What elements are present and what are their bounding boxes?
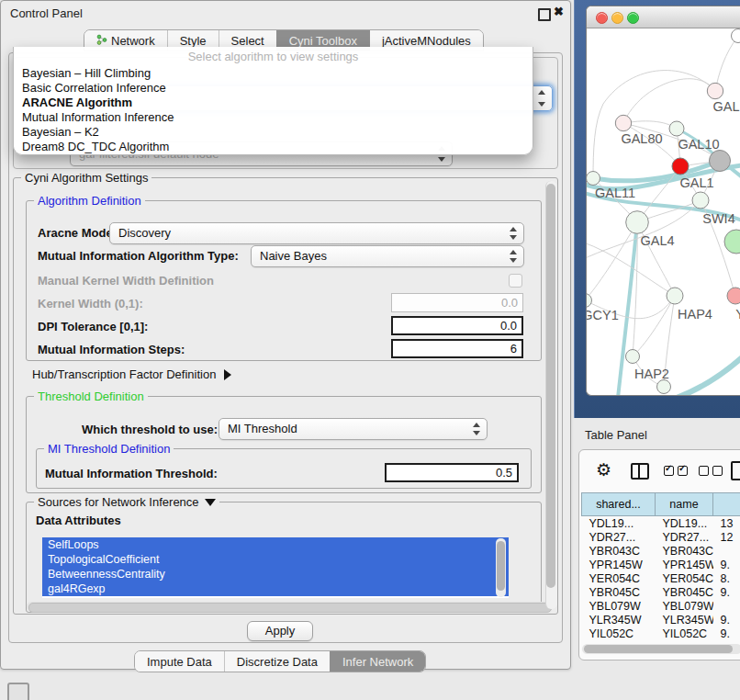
network-window-titlebar[interactable] <box>587 6 740 28</box>
network-node[interactable] <box>615 115 631 130</box>
node-label: GAL11 <box>595 186 635 200</box>
settings-scrollbar-thumb[interactable] <box>546 184 555 588</box>
network-edge[interactable] <box>623 79 715 123</box>
unchecked-pair-icon[interactable] <box>699 466 723 476</box>
table-cell: YIL052C <box>582 627 656 640</box>
network-edge[interactable] <box>677 350 740 395</box>
attribute-list-item[interactable]: TopologicalCoefficient <box>42 552 509 567</box>
table-cell: YBR043C <box>582 544 656 558</box>
network-node[interactable] <box>626 350 640 364</box>
algorithm-option[interactable]: Bayesian – K2 <box>14 125 533 140</box>
combo-arrows-icon <box>537 86 546 110</box>
table-toolbar: ⚙ <box>579 450 740 491</box>
network-edge[interactable] <box>715 36 738 91</box>
hub-definition-label: Hub/Transcription Factor Definition <box>32 367 216 381</box>
attribute-list-item[interactable]: BetweennessCentrality <box>42 567 509 581</box>
column-header[interactable]: name <box>656 493 713 516</box>
table-cell: YDR27... <box>582 530 656 544</box>
combo-arrows-icon <box>509 223 518 243</box>
table-row[interactable]: YDR27...YDR27...12 <box>582 530 740 544</box>
table-cell: YER054C <box>582 571 656 585</box>
table-cell: YDR27... <box>656 530 713 544</box>
table-cell <box>713 544 740 558</box>
network-edge[interactable] <box>593 71 715 178</box>
attributes-scrollbar-thumb[interactable] <box>497 541 505 591</box>
kernel-width-field[interactable]: 0.0 <box>391 293 523 312</box>
attribute-list-item[interactable]: SelfLoops <box>42 537 509 552</box>
hub-definition-expander[interactable]: Hub/Transcription Factor Definition <box>32 367 231 381</box>
table-cell: YBR043C <box>656 544 713 558</box>
algorithm-definition-title: Algorithm Definition <box>34 194 145 208</box>
table-cell: 12 <box>713 530 740 544</box>
table-panel: ⚙ shared... name YDL19...YDL19...13YDR27… <box>578 449 740 660</box>
zoom-traffic-light-icon[interactable] <box>627 12 639 24</box>
column-header[interactable]: shared... <box>582 493 656 516</box>
network-node[interactable] <box>587 172 600 186</box>
table-cell: 9. <box>713 558 740 571</box>
table-row[interactable]: YBR043CYBR043C <box>582 544 740 558</box>
sources-title[interactable]: Sources for Network Inference <box>34 495 219 509</box>
bottom-tab-discretize-data[interactable]: Discretize Data <box>224 651 330 672</box>
mi-algorithm-type-combo[interactable]: Naive Bayes <box>251 245 524 267</box>
table-row[interactable]: YBL079WYBL079W <box>582 599 740 613</box>
close-traffic-light-icon[interactable] <box>596 12 608 24</box>
network-node[interactable] <box>710 151 731 172</box>
kernel-width-label: Kernel Width (0,1): <box>38 297 143 310</box>
node-label: GCY1 <box>587 308 619 322</box>
close-icon[interactable]: ✖ <box>554 5 564 18</box>
horizontal-scrollbar-thumb[interactable] <box>28 603 552 613</box>
panel-corner-button[interactable] <box>7 683 29 700</box>
table-row[interactable]: YIL052CYIL052C9. <box>582 627 740 640</box>
network-node[interactable] <box>669 121 684 136</box>
mi-steps-field[interactable]: 6 <box>391 339 523 358</box>
aracne-mode-label: Aracne Mode: <box>38 226 117 240</box>
network-node[interactable] <box>724 230 740 254</box>
network-node[interactable] <box>667 288 683 304</box>
network-node[interactable] <box>587 294 592 308</box>
gear-icon[interactable]: ⚙ <box>596 461 611 479</box>
float-window-icon[interactable] <box>538 8 551 21</box>
network-canvas[interactable]: GALGAL80GAL10GAL1SWI4GAL11GAL4GCY1HAP4YH… <box>587 28 740 395</box>
network-node[interactable] <box>692 192 709 209</box>
algorithm-option[interactable]: Bayesian – Hill Climbing <box>14 66 533 81</box>
network-window: GALGAL80GAL10GAL1SWI4GAL11GAL4GCY1HAP4YH… <box>586 6 740 396</box>
minimize-traffic-light-icon[interactable] <box>611 12 623 24</box>
attribute-list-item[interactable]: gal4RGexp <box>42 581 509 596</box>
manual-kernel-checkbox[interactable] <box>509 274 522 288</box>
algorithm-option[interactable]: Dream8 DC_TDC Algorithm <box>14 140 533 154</box>
network-icon <box>96 34 107 48</box>
algorithm-option[interactable]: Mutual Information Inference <box>14 110 533 125</box>
checked-pair-icon[interactable] <box>664 466 688 476</box>
network-node[interactable] <box>657 380 671 394</box>
bottom-tab-infer-network[interactable]: Infer Network <box>330 651 425 672</box>
table-cell: 8. <box>713 571 740 585</box>
network-node[interactable] <box>727 288 740 304</box>
node-label: GAL10 <box>678 137 719 152</box>
apply-button[interactable]: Apply <box>247 621 313 641</box>
algorithm-option[interactable]: ARACNE Algorithm <box>14 96 533 110</box>
table-row[interactable]: YBR045CYBR045C9. <box>582 585 740 599</box>
network-node[interactable] <box>626 211 649 234</box>
bottom-tab-impute-data[interactable]: Impute Data <box>135 651 224 672</box>
table-row[interactable]: YPR145WYPR145W9. <box>582 558 740 571</box>
mi-threshold-field[interactable]: 0.5 <box>385 463 519 482</box>
algorithm-option[interactable]: Basic Correlation Inference <box>14 81 533 96</box>
network-node[interactable] <box>707 83 723 98</box>
table-row[interactable]: YLR345WYLR345W9. <box>582 613 740 627</box>
network-edge[interactable] <box>633 296 675 356</box>
manual-kernel-label: Manual Kernel Width Definition <box>38 274 214 288</box>
algorithm-dropdown-popup: Select algorithm to view settings Bayesi… <box>13 47 533 155</box>
column-header[interactable] <box>713 493 740 516</box>
table-row[interactable]: YDL19...YDL19...13 <box>582 516 740 531</box>
network-node[interactable] <box>732 29 740 43</box>
dpi-tolerance-field[interactable]: 0.0 <box>391 316 523 335</box>
which-threshold-combo[interactable]: MI Threshold <box>219 418 488 440</box>
columns-icon[interactable] <box>631 463 649 480</box>
node-label: GAL4 <box>640 233 674 248</box>
table-row[interactable]: YER054CYER054C8. <box>582 571 740 585</box>
table-scrollbar-thumb[interactable] <box>584 645 733 653</box>
network-node[interactable] <box>672 158 689 175</box>
page-icon[interactable] <box>731 461 740 480</box>
aracne-mode-combo[interactable]: Discovery <box>109 222 524 244</box>
table-cell: YBL079W <box>656 599 713 613</box>
